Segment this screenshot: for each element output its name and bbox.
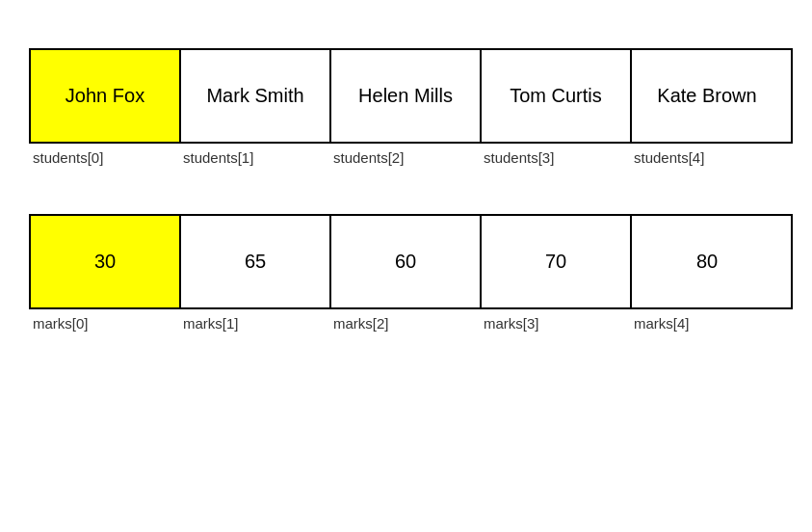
students-label-4: students[4] <box>630 149 780 166</box>
marks-label-1: marks[1] <box>179 315 329 332</box>
marks-label-3: marks[3] <box>480 315 630 332</box>
students-row: John FoxMark SmithHelen MillsTom CurtisK… <box>29 48 793 144</box>
marks-cell-1: 65 <box>181 216 331 307</box>
marks-section: 3065607080 marks[0]marks[1]marks[2]marks… <box>29 214 793 332</box>
marks-row: 3065607080 <box>29 214 793 309</box>
students-label-0: students[0] <box>29 149 179 166</box>
students-labels: students[0]students[1]students[2]student… <box>29 149 793 166</box>
marks-cell-2: 60 <box>331 216 482 307</box>
students-cell-2: Helen Mills <box>331 50 482 142</box>
marks-label-2: marks[2] <box>329 315 480 332</box>
arrays-container: John FoxMark SmithHelen MillsTom CurtisK… <box>29 48 793 332</box>
marks-label-4: marks[4] <box>630 315 780 332</box>
students-cell-3: Tom Curtis <box>482 50 632 142</box>
students-cell-0: John Fox <box>31 50 181 142</box>
marks-cell-0: 30 <box>31 216 181 307</box>
marks-label-0: marks[0] <box>29 315 179 332</box>
students-label-2: students[2] <box>329 149 480 166</box>
marks-cell-4: 80 <box>632 216 782 307</box>
students-section: John FoxMark SmithHelen MillsTom CurtisK… <box>29 48 793 166</box>
page-container: John FoxMark SmithHelen MillsTom CurtisK… <box>0 0 812 351</box>
students-label-3: students[3] <box>480 149 630 166</box>
marks-cell-3: 70 <box>482 216 632 307</box>
students-cell-4: Kate Brown <box>632 50 782 142</box>
students-cell-1: Mark Smith <box>181 50 331 142</box>
students-label-1: students[1] <box>179 149 329 166</box>
marks-labels: marks[0]marks[1]marks[2]marks[3]marks[4] <box>29 315 793 332</box>
